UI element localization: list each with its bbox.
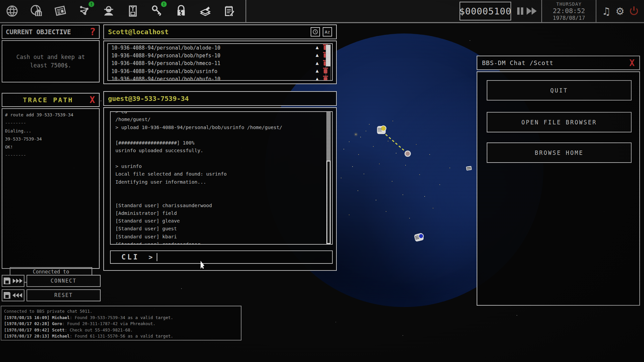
cli-prompt-icon: >	[149, 253, 153, 261]
floppy-icon	[4, 278, 10, 284]
map-server-icon[interactable]	[466, 166, 472, 171]
clock-day: THURSDAY	[556, 1, 581, 7]
sort-az-button[interactable]: Az	[323, 27, 332, 37]
stars	[101, 101, 101, 101]
file-row[interactable]: 10-936-4088-94/personal/bob/hpefs-10 ▲	[108, 52, 332, 59]
terminal-scrollbar[interactable]	[326, 112, 331, 244]
trace-line: 39-533-7539-34	[5, 135, 73, 143]
city-lights	[356, 134, 356, 135]
game-screen: ! ! $00005100 THURSDAY 22:08:52 1978/08/…	[0, 0, 644, 362]
terminal-panel: > cd /home/guest/ > upload 10-936-4088-9…	[103, 107, 337, 271]
software-button[interactable]	[198, 3, 213, 19]
toolbar-divider	[246, 0, 246, 22]
chat-line: [1978/08/17 02:28] Goro: Found 20-311-17…	[4, 321, 238, 327]
cli-label: CLI	[121, 253, 139, 261]
power-button[interactable]	[629, 6, 639, 16]
upload-icon[interactable]: ▲	[316, 60, 319, 66]
file-path: 10-936-4088-94/personal/bob/hpefs-10	[108, 53, 220, 59]
money-display: $00005100	[460, 2, 511, 20]
notepad-icon	[223, 4, 236, 18]
music-button[interactable]: ♫	[602, 5, 611, 17]
reset-button[interactable]: RESET	[26, 289, 101, 301]
objective-title: CURRENT OBJECTIVE	[6, 28, 71, 36]
map-node-origin[interactable]	[377, 126, 386, 134]
file-manager-panel: 10-936-4088-94/personal/bob/alode-10 ▲ 1…	[103, 41, 337, 84]
cracker-button[interactable]	[173, 3, 189, 19]
quick-connect-button[interactable]	[2, 275, 24, 287]
trace-title: TRACE PATH	[23, 96, 73, 104]
file-manager-title: Scott@localhost	[108, 28, 169, 36]
bbs-header: BBS-DM Chat /Scott X	[477, 56, 640, 70]
chat-line: [1978/08/17 09:42] Scott: Check out 55-4…	[4, 327, 238, 334]
map-node-target[interactable]	[405, 150, 411, 157]
file-list-scrollbar[interactable]	[326, 45, 331, 81]
spy-button[interactable]	[101, 3, 116, 19]
objective-header: CURRENT OBJECTIVE ?	[2, 25, 100, 39]
chat-line: Connected to BBS private chat 5011.	[4, 308, 238, 315]
objective-panel: Cash out and keep at least 7500$.	[2, 40, 100, 82]
fast-forward-button[interactable]	[527, 7, 537, 15]
quick-reset-button[interactable]	[2, 289, 24, 301]
clock-date: 1978/08/17	[553, 15, 585, 21]
news-button[interactable]	[53, 3, 68, 19]
world-map-button[interactable]	[4, 3, 20, 19]
cli-input[interactable]: CLI >	[110, 250, 333, 264]
key-icon	[150, 4, 164, 18]
dossier-button[interactable]	[125, 3, 141, 19]
file-list: 10-936-4088-94/personal/bob/alode-10 ▲ 1…	[107, 43, 333, 81]
chat-line: [1978/08/17 20:13] Michael: Found 61-131…	[4, 333, 238, 340]
file-path: 10-936-4088-94/personal/bob/alode-10	[108, 45, 220, 51]
newspaper-icon	[54, 4, 67, 18]
objective-help-button[interactable]: ?	[90, 27, 96, 37]
cli-caret	[157, 253, 157, 261]
bbs-browse-home-button[interactable]: BROWSE HOME	[487, 142, 632, 163]
objective-text: Cash out and keep at least 7500$.	[16, 53, 85, 70]
popout-icon[interactable]	[79, 29, 86, 35]
upload-icon[interactable]: ▲	[316, 52, 319, 58]
trace-panel: # route add 39-533-7539-34 -------- Dial…	[2, 108, 100, 269]
upload-icon[interactable]: ▲	[316, 44, 319, 50]
upload-icon[interactable]: ▲	[316, 76, 319, 81]
bank-button[interactable]	[29, 3, 44, 19]
file-row[interactable]: 10-936-4088-94/personal/bob/abufo-10 ▲	[108, 75, 332, 81]
trace-header: TRACE PATH X	[2, 93, 100, 107]
floppy-icon	[4, 292, 10, 299]
trace-line: OK!	[5, 143, 73, 151]
sort-time-button[interactable]	[311, 27, 320, 37]
terminal-title: guest@39-533-7539-34	[108, 95, 189, 103]
network-button[interactable]: !	[77, 3, 92, 19]
notes-button[interactable]	[222, 3, 237, 19]
trace-line: Dialing...	[5, 127, 73, 135]
file-row[interactable]: 10-936-4088-94/personal/bob/alode-10 ▲	[108, 44, 332, 52]
globe-icon	[5, 4, 19, 18]
settings-button[interactable]: ⚙	[615, 5, 625, 17]
bbs-open-file-browser-button[interactable]: OPEN FILE BROWSER	[487, 112, 632, 132]
chat-line: [1978/08/15 16:09] Michael: Found 39-533…	[4, 315, 238, 321]
file-path: 10-936-4088-94/personal/bob/abufo-10	[108, 76, 220, 81]
file-path: 10-936-4088-94/personal/bob/usrinfo	[108, 68, 217, 74]
trace-close-button[interactable]: X	[90, 96, 95, 104]
network-graph-icon	[78, 4, 91, 18]
clock-icon	[313, 29, 318, 35]
keys-notification-badge: !	[161, 1, 167, 7]
trace-line: --------	[5, 151, 73, 159]
connect-button[interactable]: CONNECT	[26, 275, 101, 287]
forward-arrows-icon	[12, 279, 22, 283]
terminal-output[interactable]: > cd /home/guest/ > upload 10-936-4088-9…	[110, 111, 333, 245]
bbs-chat-log: Connected to BBS private chat 5011. [197…	[1, 306, 241, 341]
file-manager-header: Scott@localhost Az	[103, 24, 337, 39]
dossier-icon	[126, 4, 140, 18]
pause-button[interactable]	[517, 7, 523, 15]
network-notification-badge: !	[89, 1, 94, 7]
keys-button[interactable]: !	[149, 3, 165, 19]
file-path: 10-936-4088-94/personal/bob/hmeco-11	[108, 60, 220, 66]
clock-time: 22:08:52	[553, 7, 585, 15]
bbs-close-button[interactable]: X	[629, 59, 635, 67]
bbs-quit-button[interactable]: QUIT	[487, 80, 632, 101]
upload-icon[interactable]: ▲	[316, 68, 319, 74]
bbs-title: BBS-DM Chat /Scott	[482, 59, 553, 66]
bank-globe-icon	[30, 4, 43, 18]
spy-icon	[102, 4, 115, 18]
file-row[interactable]: 10-936-4088-94/personal/bob/usrinfo ▲	[108, 67, 332, 75]
file-row[interactable]: 10-936-4088-94/personal/bob/hmeco-11 ▲	[108, 60, 332, 67]
